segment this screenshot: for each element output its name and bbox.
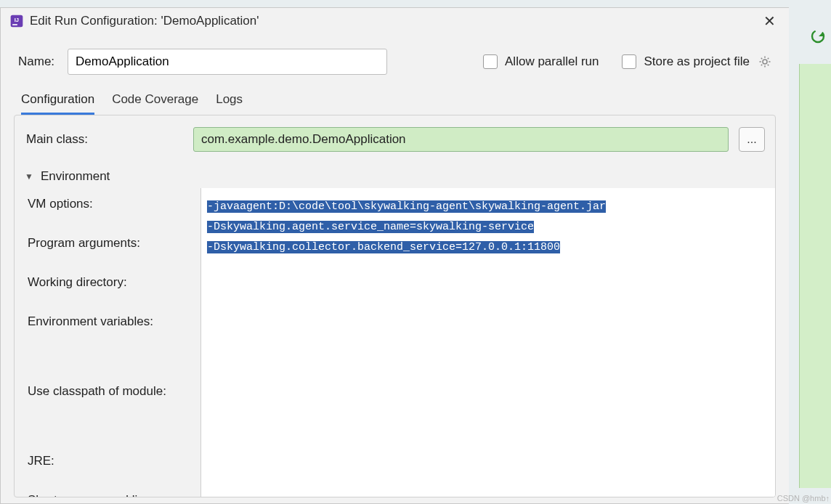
environment-body: VM options: Program arguments: Working d…	[15, 188, 775, 497]
chevron-down-icon: ▼	[25, 171, 33, 182]
name-label: Name:	[18, 54, 54, 69]
main-class-input[interactable]	[193, 127, 729, 152]
classpath-label: Use classpath of module:	[28, 384, 200, 454]
close-button[interactable]: ✕	[759, 12, 780, 30]
main-class-row: Main class: ...	[15, 115, 775, 159]
titlebar: IJ Edit Run Configuration: 'DemoApplicat…	[1, 8, 789, 34]
env-vars-label: Environment variables:	[28, 314, 200, 384]
svg-text:IJ: IJ	[15, 17, 19, 23]
shorten-label: Shorten command line:	[28, 493, 200, 497]
svg-rect-2	[12, 24, 17, 25]
watermark: CSDN @hmb↑	[777, 494, 830, 503]
gear-icon[interactable]	[758, 55, 771, 68]
svg-line-9	[761, 58, 763, 60]
environment-title: Environment	[41, 169, 110, 184]
main-class-browse-button[interactable]: ...	[739, 127, 765, 152]
allow-parallel-group[interactable]: Allow parallel run	[483, 54, 599, 69]
dialog-title: Edit Run Configuration: 'DemoApplication…	[30, 14, 259, 28]
allow-parallel-checkbox[interactable]	[483, 54, 498, 69]
vm-options-label: VM options:	[28, 197, 200, 236]
allow-parallel-label: Allow parallel run	[505, 54, 599, 69]
vm-options-line-1: -javaagent:D:\code\tool\skywalking-agent…	[207, 200, 606, 213]
working-dir-label: Working directory:	[28, 275, 200, 314]
intellij-icon: IJ	[9, 14, 24, 28]
vm-options-line-2: -Dskywalking.agent.service_name=skywalki…	[207, 221, 534, 233]
refresh-icon	[809, 28, 827, 45]
main-class-label: Main class:	[26, 132, 183, 147]
vm-options-editor[interactable]: -javaagent:D:\code\tool\skywalking-agent…	[200, 188, 775, 497]
store-as-project-checkbox[interactable]	[622, 54, 636, 69]
tab-bar: Configuration Code Coverage Logs	[1, 88, 789, 115]
vm-options-line-3: -Dskywalking.collector.backend_service=1…	[207, 241, 560, 253]
environment-section-header[interactable]: ▼ Environment	[15, 159, 775, 188]
tab-code-coverage[interactable]: Code Coverage	[112, 92, 198, 115]
svg-line-10	[768, 65, 769, 66]
program-args-label: Program arguments:	[28, 236, 200, 275]
store-as-project-label: Store as project file	[644, 54, 750, 69]
svg-line-11	[761, 65, 763, 66]
store-as-project-group[interactable]: Store as project file	[622, 54, 771, 69]
config-panel: Main class: ... ▼ Environment VM options…	[14, 115, 776, 497]
editor-gutter	[799, 64, 831, 488]
svg-point-4	[763, 60, 767, 64]
tab-configuration[interactable]: Configuration	[21, 92, 94, 115]
name-row: Name: Allow parallel run Store as projec…	[1, 34, 789, 88]
jre-label: JRE:	[28, 454, 200, 493]
labels-column: VM options: Program arguments: Working d…	[15, 188, 200, 497]
run-config-dialog: IJ Edit Run Configuration: 'DemoApplicat…	[0, 7, 789, 504]
tab-logs[interactable]: Logs	[216, 92, 243, 115]
svg-line-12	[768, 58, 769, 60]
name-input[interactable]	[68, 49, 387, 75]
